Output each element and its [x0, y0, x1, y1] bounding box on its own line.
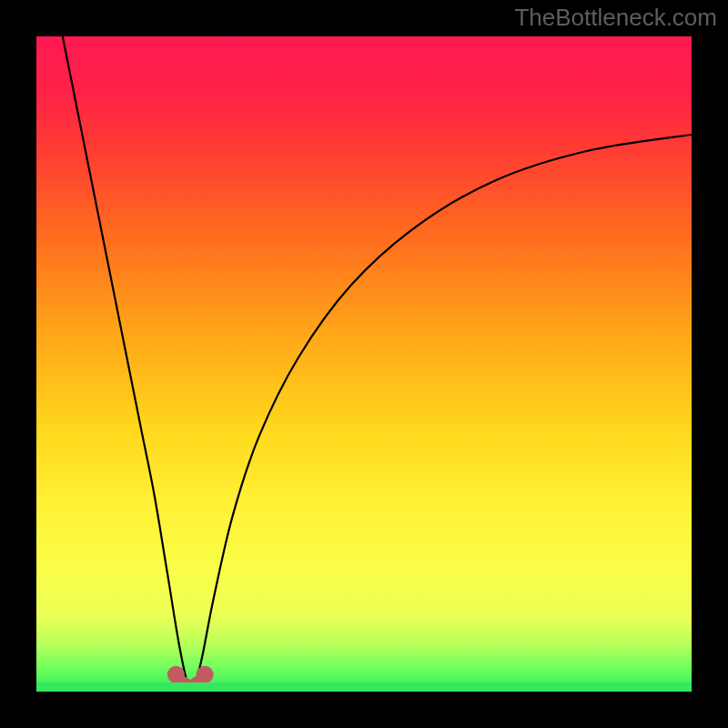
notch-markers	[36, 36, 692, 692]
green-floor-band	[36, 682, 692, 692]
marker-dot	[197, 666, 214, 683]
watermark-text: TheBottleneck.com	[514, 4, 717, 32]
plot-area	[36, 36, 692, 692]
chart-frame: TheBottleneck.com	[0, 0, 728, 728]
